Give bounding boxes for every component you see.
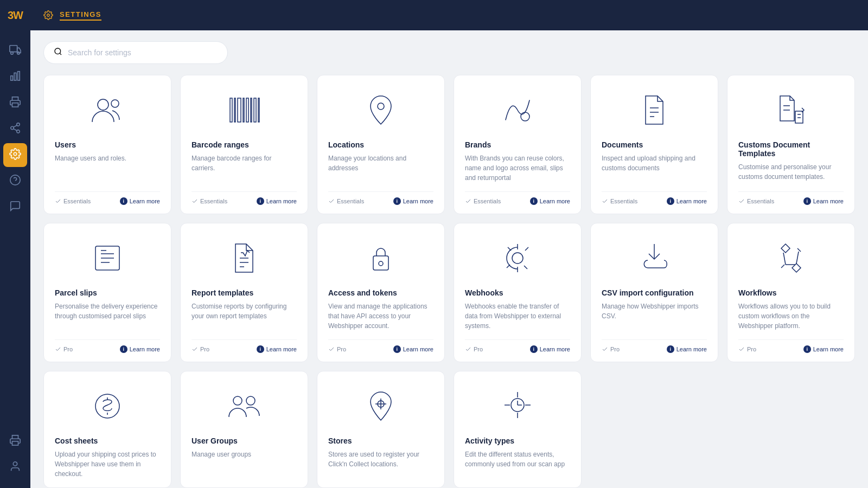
sidebar-item-settings[interactable] — [3, 143, 27, 167]
card-report-templates[interactable]: Report templates Customise reports by co… — [180, 223, 308, 362]
info-icon: i — [393, 345, 401, 353]
learn-more-link[interactable]: i Learn more — [667, 197, 707, 205]
card-csv-import[interactable]: CSV import configuration Manage how Webs… — [590, 223, 718, 362]
card-title: Activity types — [465, 436, 570, 445]
card-title: Access and tokens — [328, 288, 433, 297]
learn-more-link[interactable]: i Learn more — [120, 197, 160, 205]
card-desc: Customise reports by configuring your ow… — [192, 301, 297, 331]
card-users[interactable]: Users Manage users and roles. Essentials… — [43, 75, 171, 214]
card-footer: Essentials i Learn more — [55, 191, 160, 205]
learn-more-link[interactable]: i Learn more — [530, 197, 570, 205]
learn-more-label: Learn more — [540, 198, 570, 204]
svg-rect-21 — [234, 98, 235, 122]
info-icon: i — [393, 197, 401, 205]
logo-text: 3W — [8, 9, 23, 22]
learn-more-label: Learn more — [676, 198, 707, 204]
svg-point-18 — [98, 99, 108, 110]
card-badge: Essentials — [328, 198, 364, 204]
card-workflows[interactable]: Workflows Workflows allows you to to bui… — [727, 223, 855, 362]
learn-more-link[interactable]: i Learn more — [803, 197, 844, 205]
card-icon-csv-import — [602, 236, 707, 280]
card-locations[interactable]: Locations Manage your locations and addr… — [317, 75, 445, 214]
card-icon-documents — [602, 88, 707, 132]
learn-more-link[interactable]: i Learn more — [257, 197, 297, 205]
card-parcel-slips[interactable]: Parcel slips Personalise the delivery ex… — [43, 223, 171, 362]
card-brands[interactable]: Brands With Brands you can reuse colors,… — [454, 75, 582, 214]
app-logo: 3W — [0, 0, 30, 30]
card-footer: Pro i Learn more — [738, 339, 844, 353]
user-icon — [9, 460, 21, 474]
sidebar-item-shipping[interactable] — [3, 39, 27, 63]
card-title: Brands — [465, 140, 570, 149]
learn-more-link[interactable]: i Learn more — [393, 345, 433, 353]
info-icon: i — [803, 197, 811, 205]
card-footer: Essentials i Learn more — [328, 191, 433, 205]
learn-more-link[interactable]: i Learn more — [530, 345, 570, 353]
sidebar-item-analytics[interactable] — [3, 65, 27, 89]
sidebar-bottom — [3, 429, 27, 488]
card-icon-access-tokens — [328, 236, 433, 280]
card-title: Barcode ranges — [192, 140, 297, 149]
card-badge: Pro — [328, 346, 346, 352]
card-user-groups[interactable]: User Groups Manage user groups — [180, 371, 308, 488]
card-barcode-ranges[interactable]: Barcode ranges Manage barcode ranges for… — [180, 75, 308, 214]
search-icon — [54, 47, 62, 58]
badge-label: Essentials — [200, 198, 227, 204]
learn-more-link[interactable]: i Learn more — [257, 345, 297, 353]
info-icon: i — [530, 197, 538, 205]
card-icon-cost-sheets — [55, 384, 160, 428]
svg-rect-22 — [238, 98, 241, 122]
card-title: Report templates — [192, 288, 297, 297]
learn-more-label: Learn more — [403, 198, 433, 204]
sidebar-item-print2[interactable] — [3, 429, 27, 453]
card-title: User Groups — [192, 436, 297, 445]
card-activity-types[interactable]: Activity types Edit the different status… — [454, 371, 582, 488]
printer-icon — [9, 96, 21, 110]
badge-label: Pro — [63, 346, 73, 352]
card-icon-customs-document-templates — [738, 88, 844, 132]
sidebar-item-integrations[interactable] — [3, 117, 27, 141]
info-icon: i — [803, 345, 811, 353]
card-access-tokens[interactable]: Access and tokens View and manage the ap… — [317, 223, 445, 362]
learn-more-link[interactable]: i Learn more — [120, 345, 160, 353]
svg-rect-26 — [254, 98, 256, 122]
learn-more-link[interactable]: i Learn more — [803, 345, 844, 353]
card-footer: Pro i Learn more — [55, 339, 160, 353]
card-badge: Essentials — [738, 198, 774, 204]
svg-rect-27 — [258, 98, 259, 122]
info-icon: i — [530, 345, 538, 353]
topbar: SETTINGS — [30, 0, 868, 30]
card-desc: Upload your shipping cost prices to Webs… — [55, 450, 160, 479]
page-title: SETTINGS — [60, 10, 101, 21]
info-icon: i — [667, 197, 674, 205]
sidebar-item-user[interactable] — [3, 455, 27, 479]
card-customs-document-templates[interactable]: Customs Document Templates Customise and… — [727, 75, 855, 214]
sidebar-item-chat[interactable] — [3, 195, 27, 219]
learn-more-link[interactable]: i Learn more — [667, 345, 707, 353]
info-icon: i — [120, 345, 127, 353]
card-stores[interactable]: Stores Stores are used to register your … — [317, 371, 445, 488]
card-icon-stores — [328, 384, 433, 428]
card-icon-report-templates — [192, 236, 297, 280]
card-cost-sheets[interactable]: Cost sheets Upload your shipping cost pr… — [43, 371, 171, 488]
svg-point-29 — [521, 112, 529, 121]
sidebar-item-print[interactable] — [3, 91, 27, 115]
card-icon-barcode-ranges — [192, 88, 297, 132]
settings-gear-icon — [43, 10, 53, 20]
card-title: Webhooks — [465, 288, 570, 297]
sidebar-item-help[interactable] — [3, 169, 27, 193]
card-documents[interactable]: Documents Inspect and upload shipping an… — [590, 75, 718, 214]
badge-label: Essentials — [63, 198, 91, 204]
truck-icon — [9, 44, 21, 58]
card-title: CSV import configuration — [602, 288, 707, 297]
card-desc: Customise and personalise your customs d… — [738, 162, 844, 183]
badge-label: Pro — [337, 346, 346, 352]
message-icon — [9, 200, 21, 214]
card-webhooks[interactable]: Webhooks Webhooks enable the transfer of… — [454, 223, 582, 362]
learn-more-link[interactable]: i Learn more — [393, 197, 433, 205]
search-box[interactable] — [43, 41, 228, 64]
learn-more-label: Learn more — [130, 346, 160, 352]
search-input[interactable] — [68, 48, 218, 57]
svg-point-46 — [379, 261, 383, 266]
card-desc: Manage user groups — [192, 450, 297, 479]
